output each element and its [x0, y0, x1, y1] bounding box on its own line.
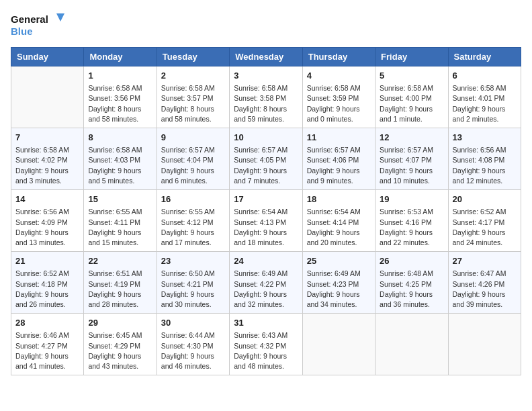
day-number: 13: [453, 132, 517, 144]
day-info: Sunrise: 6:54 AMSunset: 4:14 PMDaylight:…: [307, 207, 371, 248]
day-info: Sunrise: 6:52 AMSunset: 4:18 PMDaylight:…: [15, 269, 79, 310]
day-info: Sunrise: 6:49 AMSunset: 4:22 PMDaylight:…: [234, 269, 298, 310]
day-info: Sunrise: 6:58 AMSunset: 3:56 PMDaylight:…: [88, 83, 152, 124]
day-number: 10: [234, 132, 298, 144]
logo-svg: General Blue: [11, 11, 64, 39]
day-info: Sunrise: 6:53 AMSunset: 4:16 PMDaylight:…: [380, 207, 443, 248]
day-info: Sunrise: 6:55 AMSunset: 4:12 PMDaylight:…: [161, 207, 225, 248]
day-info: Sunrise: 6:45 AMSunset: 4:29 PMDaylight:…: [88, 330, 152, 371]
day-header-tuesday: Tuesday: [157, 48, 229, 66]
day-info: Sunrise: 6:46 AMSunset: 4:27 PMDaylight:…: [15, 330, 79, 371]
logo: General Blue: [11, 11, 64, 39]
day-info: Sunrise: 6:49 AMSunset: 4:23 PMDaylight:…: [307, 269, 371, 310]
day-info: Sunrise: 6:58 AMSunset: 4:01 PMDaylight:…: [453, 83, 517, 124]
day-info: Sunrise: 6:48 AMSunset: 4:25 PMDaylight:…: [380, 269, 443, 310]
day-number: 25: [307, 255, 371, 267]
week-row-1: 1Sunrise: 6:58 AMSunset: 3:56 PMDaylight…: [11, 66, 521, 128]
day-info: Sunrise: 6:57 AMSunset: 4:06 PMDaylight:…: [307, 145, 371, 186]
day-number: 16: [161, 193, 225, 205]
day-info: Sunrise: 6:51 AMSunset: 4:19 PMDaylight:…: [88, 269, 152, 310]
calendar-cell: 4Sunrise: 6:58 AMSunset: 3:59 PMDaylight…: [302, 66, 375, 128]
svg-marker-2: [56, 13, 64, 21]
calendar-cell: [11, 66, 84, 128]
day-number: 29: [88, 317, 152, 329]
calendar-cell: 27Sunrise: 6:47 AMSunset: 4:26 PMDayligh…: [448, 252, 521, 314]
day-number: 17: [234, 193, 298, 205]
calendar-cell: 11Sunrise: 6:57 AMSunset: 4:06 PMDayligh…: [302, 128, 375, 190]
calendar-cell: 16Sunrise: 6:55 AMSunset: 4:12 PMDayligh…: [157, 190, 229, 252]
day-number: 19: [380, 193, 443, 205]
day-info: Sunrise: 6:56 AMSunset: 4:09 PMDaylight:…: [15, 207, 79, 248]
day-header-sunday: Sunday: [11, 48, 84, 66]
day-number: 9: [161, 132, 225, 144]
day-info: Sunrise: 6:50 AMSunset: 4:21 PMDaylight:…: [161, 269, 225, 310]
day-header-wednesday: Wednesday: [230, 48, 302, 66]
calendar-cell: 29Sunrise: 6:45 AMSunset: 4:29 PMDayligh…: [84, 314, 157, 375]
day-header-friday: Friday: [375, 48, 448, 66]
calendar-cell: 12Sunrise: 6:57 AMSunset: 4:07 PMDayligh…: [375, 128, 448, 190]
days-header-row: SundayMondayTuesdayWednesdayThursdayFrid…: [11, 48, 521, 66]
day-number: 27: [453, 255, 517, 267]
day-info: Sunrise: 6:58 AMSunset: 4:03 PMDaylight:…: [88, 145, 152, 186]
calendar-cell: 9Sunrise: 6:57 AMSunset: 4:04 PMDaylight…: [157, 128, 229, 190]
day-number: 20: [453, 193, 517, 205]
day-number: 2: [161, 70, 225, 82]
day-header-thursday: Thursday: [302, 48, 375, 66]
day-info: Sunrise: 6:57 AMSunset: 4:04 PMDaylight:…: [161, 145, 225, 186]
day-info: Sunrise: 6:58 AMSunset: 4:00 PMDaylight:…: [380, 83, 443, 124]
day-number: 22: [88, 255, 152, 267]
calendar-cell: [302, 314, 375, 375]
day-info: Sunrise: 6:54 AMSunset: 4:13 PMDaylight:…: [234, 207, 298, 248]
calendar-cell: 17Sunrise: 6:54 AMSunset: 4:13 PMDayligh…: [230, 190, 302, 252]
calendar-cell: 22Sunrise: 6:51 AMSunset: 4:19 PMDayligh…: [84, 252, 157, 314]
day-number: 4: [307, 70, 371, 82]
day-number: 26: [380, 255, 443, 267]
week-row-3: 14Sunrise: 6:56 AMSunset: 4:09 PMDayligh…: [11, 190, 521, 252]
day-number: 1: [88, 70, 152, 82]
day-info: Sunrise: 6:55 AMSunset: 4:11 PMDaylight:…: [88, 207, 152, 248]
day-info: Sunrise: 6:58 AMSunset: 3:58 PMDaylight:…: [234, 83, 298, 124]
day-number: 21: [15, 255, 79, 267]
day-number: 5: [380, 70, 443, 82]
day-info: Sunrise: 6:44 AMSunset: 4:30 PMDaylight:…: [161, 330, 225, 371]
calendar-cell: 20Sunrise: 6:52 AMSunset: 4:17 PMDayligh…: [448, 190, 521, 252]
week-row-2: 7Sunrise: 6:58 AMSunset: 4:02 PMDaylight…: [11, 128, 521, 190]
calendar-cell: [375, 314, 448, 375]
day-number: 24: [234, 255, 298, 267]
day-number: 6: [453, 70, 517, 82]
calendar-table: SundayMondayTuesdayWednesdayThursdayFrid…: [11, 47, 521, 375]
svg-text:Blue: Blue: [11, 26, 33, 37]
day-info: Sunrise: 6:47 AMSunset: 4:26 PMDaylight:…: [453, 269, 517, 310]
day-number: 18: [307, 193, 371, 205]
calendar-cell: 31Sunrise: 6:43 AMSunset: 4:32 PMDayligh…: [230, 314, 302, 375]
calendar-cell: 1Sunrise: 6:58 AMSunset: 3:56 PMDaylight…: [84, 66, 157, 128]
calendar-cell: [448, 314, 521, 375]
day-info: Sunrise: 6:56 AMSunset: 4:08 PMDaylight:…: [453, 145, 517, 186]
day-number: 14: [15, 193, 79, 205]
page-header: General Blue: [11, 11, 521, 39]
day-number: 3: [234, 70, 298, 82]
week-row-4: 21Sunrise: 6:52 AMSunset: 4:18 PMDayligh…: [11, 252, 521, 314]
calendar-cell: 13Sunrise: 6:56 AMSunset: 4:08 PMDayligh…: [448, 128, 521, 190]
day-number: 11: [307, 132, 371, 144]
day-header-saturday: Saturday: [448, 48, 521, 66]
calendar-cell: 25Sunrise: 6:49 AMSunset: 4:23 PMDayligh…: [302, 252, 375, 314]
day-number: 15: [88, 193, 152, 205]
calendar-cell: 8Sunrise: 6:58 AMSunset: 4:03 PMDaylight…: [84, 128, 157, 190]
day-number: 28: [15, 317, 79, 329]
calendar-cell: 28Sunrise: 6:46 AMSunset: 4:27 PMDayligh…: [11, 314, 84, 375]
day-info: Sunrise: 6:58 AMSunset: 4:02 PMDaylight:…: [15, 145, 79, 186]
calendar-cell: 21Sunrise: 6:52 AMSunset: 4:18 PMDayligh…: [11, 252, 84, 314]
day-number: 7: [15, 132, 79, 144]
day-info: Sunrise: 6:58 AMSunset: 3:59 PMDaylight:…: [307, 83, 371, 124]
day-info: Sunrise: 6:43 AMSunset: 4:32 PMDaylight:…: [234, 330, 298, 371]
day-number: 31: [234, 317, 298, 329]
calendar-cell: 19Sunrise: 6:53 AMSunset: 4:16 PMDayligh…: [375, 190, 448, 252]
week-row-5: 28Sunrise: 6:46 AMSunset: 4:27 PMDayligh…: [11, 314, 521, 375]
day-info: Sunrise: 6:58 AMSunset: 3:57 PMDaylight:…: [161, 83, 225, 124]
svg-text:General: General: [11, 13, 48, 25]
day-header-monday: Monday: [84, 48, 157, 66]
calendar-cell: 6Sunrise: 6:58 AMSunset: 4:01 PMDaylight…: [448, 66, 521, 128]
day-info: Sunrise: 6:52 AMSunset: 4:17 PMDaylight:…: [453, 207, 517, 248]
day-info: Sunrise: 6:57 AMSunset: 4:07 PMDaylight:…: [380, 145, 443, 186]
